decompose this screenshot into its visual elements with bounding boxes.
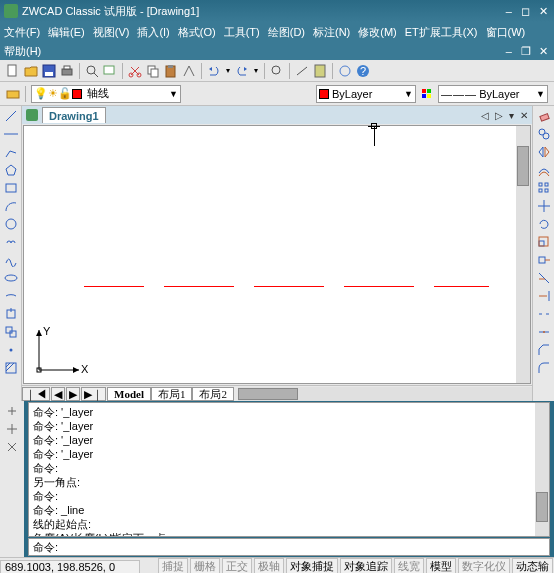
menu-file[interactable]: 文件(F) xyxy=(4,25,40,40)
menu-draw[interactable]: 绘图(D) xyxy=(268,25,305,40)
cmd-nav-button[interactable] xyxy=(4,403,20,419)
extend-button[interactable] xyxy=(536,288,552,304)
move-button[interactable] xyxy=(536,198,552,214)
undo-button[interactable] xyxy=(206,63,222,79)
menu-dim[interactable]: 标注(N) xyxy=(313,25,350,40)
block-button[interactable] xyxy=(3,324,19,340)
redo-dropdown[interactable]: ▾ xyxy=(252,63,260,79)
dyn-toggle[interactable]: 动态输 xyxy=(512,558,553,573)
color-picker-button[interactable] xyxy=(419,86,435,102)
tab-next-button[interactable]: ▷ xyxy=(495,110,503,121)
zoom-realtime-button[interactable] xyxy=(269,63,285,79)
spline-button[interactable] xyxy=(3,252,19,268)
new-button[interactable] xyxy=(5,63,21,79)
revcloud-button[interactable] xyxy=(3,234,19,250)
drawing-canvas[interactable]: YX xyxy=(23,125,531,384)
stretch-button[interactable] xyxy=(536,252,552,268)
menu-modify[interactable]: 修改(M) xyxy=(358,25,397,40)
cut-button[interactable] xyxy=(127,63,143,79)
tablet-toggle[interactable]: 数字化仪 xyxy=(458,558,510,573)
array-button[interactable] xyxy=(536,180,552,196)
menu-view[interactable]: 视图(V) xyxy=(93,25,130,40)
menu-et[interactable]: ET扩展工具(X) xyxy=(405,25,478,40)
redo-button[interactable] xyxy=(234,63,250,79)
layout-tab-2[interactable]: 布局2 xyxy=(192,387,234,401)
chamfer-button[interactable] xyxy=(536,342,552,358)
undo-dropdown[interactable]: ▾ xyxy=(224,63,232,79)
pline-button[interactable] xyxy=(3,144,19,160)
maximize-button[interactable]: ◻ xyxy=(519,5,533,18)
menu-help[interactable]: 帮助(H) xyxy=(4,44,41,59)
layout-prev-button[interactable]: ◀ xyxy=(51,387,65,401)
print-button[interactable] xyxy=(59,63,75,79)
break2-button[interactable] xyxy=(536,324,552,340)
help-button[interactable]: ? xyxy=(355,63,371,79)
xline-button[interactable] xyxy=(3,126,19,142)
arc-button[interactable] xyxy=(3,198,19,214)
polygon-button[interactable] xyxy=(3,162,19,178)
doc-tab[interactable]: Drawing1 xyxy=(42,107,106,123)
hatch-button[interactable] xyxy=(3,360,19,376)
tab-menu-button[interactable]: ▾ xyxy=(509,110,514,121)
layout-tab-1[interactable]: 布局1 xyxy=(151,387,193,401)
line-button[interactable] xyxy=(3,108,19,124)
linetype-combo[interactable]: — — — ByLayer ▼ xyxy=(438,85,548,103)
command-line[interactable]: 命令: xyxy=(28,538,550,556)
polar-toggle[interactable]: 极轴 xyxy=(254,558,284,573)
mirror-button[interactable] xyxy=(536,144,552,160)
cmd-scrollbar[interactable] xyxy=(535,403,549,536)
mdi-close-button[interactable]: ✕ xyxy=(536,45,550,58)
trim-button[interactable] xyxy=(536,270,552,286)
erase-button[interactable] xyxy=(536,108,552,124)
layout-last-button[interactable]: ▶｜ xyxy=(81,387,106,401)
osnap-toggle[interactable]: 对象捕捉 xyxy=(286,558,338,573)
ellipse-arc-button[interactable] xyxy=(3,288,19,304)
save-button[interactable] xyxy=(41,63,57,79)
tab-close-button[interactable]: ✕ xyxy=(520,110,528,121)
grid-toggle[interactable]: 栅格 xyxy=(190,558,220,573)
rotate-button[interactable] xyxy=(536,216,552,232)
menu-window[interactable]: 窗口(W) xyxy=(486,25,526,40)
close-button[interactable]: ✕ xyxy=(536,5,550,18)
mdi-restore-button[interactable]: ❐ xyxy=(519,45,533,58)
fillet-button[interactable] xyxy=(536,360,552,376)
mdi-minimize-button[interactable]: – xyxy=(502,45,516,57)
layout-first-button[interactable]: ｜◀ xyxy=(22,387,50,401)
menu-format[interactable]: 格式(O) xyxy=(178,25,216,40)
copy-button[interactable] xyxy=(145,63,161,79)
layer-combo[interactable]: 💡 ☀ 🔓 轴线 ▼ xyxy=(31,85,181,103)
paste-button[interactable] xyxy=(163,63,179,79)
color-combo[interactable]: ByLayer ▼ xyxy=(316,85,416,103)
preview-button[interactable] xyxy=(84,63,100,79)
cmd-pan-button[interactable] xyxy=(4,421,20,437)
menu-tools[interactable]: 工具(T) xyxy=(224,25,260,40)
dist-button[interactable] xyxy=(294,63,310,79)
tab-prev-button[interactable]: ◁ xyxy=(481,110,489,121)
offset-button[interactable] xyxy=(536,162,552,178)
ellipse-button[interactable] xyxy=(3,270,19,286)
match-button[interactable] xyxy=(181,63,197,79)
insert-button[interactable] xyxy=(3,306,19,322)
layer-props-button[interactable] xyxy=(5,86,21,102)
find-button[interactable] xyxy=(102,63,118,79)
layout-next-button[interactable]: ▶ xyxy=(66,387,80,401)
ortho-toggle[interactable]: 正交 xyxy=(222,558,252,573)
minimize-button[interactable]: – xyxy=(502,5,516,17)
horizontal-scrollbar[interactable] xyxy=(238,387,532,401)
open-button[interactable] xyxy=(23,63,39,79)
snap-toggle[interactable]: 捕捉 xyxy=(158,558,188,573)
menu-insert[interactable]: 插入(I) xyxy=(137,25,169,40)
scale-button[interactable] xyxy=(536,234,552,250)
point-button[interactable] xyxy=(3,342,19,358)
vertical-scrollbar[interactable] xyxy=(516,126,530,383)
copy-obj-button[interactable] xyxy=(536,126,552,142)
refresh-button[interactable] xyxy=(337,63,353,79)
calc-button[interactable] xyxy=(312,63,328,79)
coordinates[interactable]: 689.1003, 198.8526, 0 xyxy=(0,560,140,574)
lwt-toggle[interactable]: 线宽 xyxy=(394,558,424,573)
command-history[interactable]: 命令: '_layer 命令: '_layer 命令: '_layer 命令: … xyxy=(28,402,550,537)
layout-tab-model[interactable]: Model xyxy=(107,387,151,401)
break-button[interactable] xyxy=(536,306,552,322)
model-toggle[interactable]: 模型 xyxy=(426,558,456,573)
circle-button[interactable] xyxy=(3,216,19,232)
